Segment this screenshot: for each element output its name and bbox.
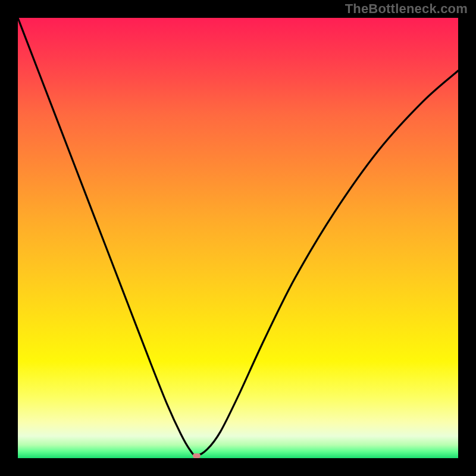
plot-area [18,18,458,458]
watermark-text: TheBottleneck.com [345,1,468,17]
bottleneck-curve [18,18,458,458]
chart-frame: TheBottleneck.com [0,0,476,476]
minimum-marker [193,453,201,458]
